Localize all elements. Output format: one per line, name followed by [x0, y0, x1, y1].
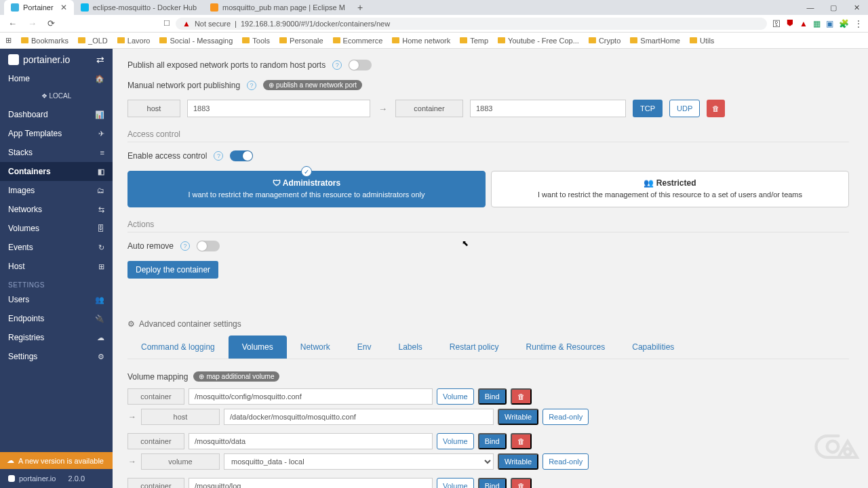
help-icon[interactable]: ? — [332, 60, 342, 70]
vol-delete-button[interactable]: 🗑 — [511, 433, 532, 449]
help-icon[interactable]: ? — [214, 151, 223, 161]
sidebar-item-volumes[interactable]: Volumes🗄 — [0, 219, 113, 238]
bm-youtube[interactable]: Youtube - Free Cop... — [498, 37, 579, 45]
new-tab-button[interactable]: + — [352, 2, 368, 13]
container-port-input[interactable] — [470, 100, 626, 117]
browser-tab-eclipse[interactable]: mosquitto_pub man page | Eclipse M — [203, 0, 352, 15]
tcp-button[interactable]: TCP — [633, 100, 663, 117]
tab-volumes[interactable]: Volumes — [229, 336, 287, 359]
vol-type-bind-button[interactable]: Bind — [478, 388, 507, 405]
bm-social[interactable]: Social - Messaging — [159, 37, 233, 45]
tab-command-logging[interactable]: Command & logging — [127, 336, 229, 359]
enable-ac-toggle[interactable] — [230, 150, 253, 161]
bm-tools[interactable]: Tools — [242, 37, 270, 45]
tab-title: eclipse-mosquitto - Docker Hub — [93, 3, 197, 12]
sidebar-item-images[interactable]: Images🗂 — [0, 181, 113, 200]
bm-personale[interactable]: Personale — [279, 37, 323, 45]
shield-icon[interactable]: ⛊ — [786, 19, 794, 28]
forward-button[interactable]: → — [25, 18, 39, 28]
vol-type-volume-button[interactable]: Volume — [437, 433, 474, 449]
tab-labels[interactable]: Labels — [384, 336, 435, 359]
sidebar-item-stacks[interactable]: Stacks≡ — [0, 143, 113, 162]
apps-button[interactable]: ⊞ — [5, 36, 12, 45]
publish-port-button[interactable]: ⊕publish a new network port — [263, 80, 362, 90]
close-window-button[interactable]: ✕ — [845, 3, 868, 12]
tab-network[interactable]: Network — [287, 336, 344, 359]
vol-readonly-button[interactable]: Read-only — [542, 409, 589, 425]
tab-restart-policy[interactable]: Restart policy — [436, 336, 513, 359]
sidebar-item-dashboard[interactable]: Dashboard📊 — [0, 105, 113, 124]
volume-sub-row: → host Writable Read-only — [127, 409, 849, 425]
sidebar-item-users[interactable]: Users👥 — [0, 290, 113, 309]
help-icon[interactable]: ? — [180, 241, 190, 251]
browser-tab-portainer[interactable]: Portainer ✕ — [4, 0, 74, 15]
vol-volume-select[interactable]: mosquitto_data - local — [224, 453, 494, 470]
vol-container-path-input[interactable] — [189, 433, 433, 449]
host-port-input[interactable] — [187, 100, 370, 117]
sidebar-item-events[interactable]: Events↻ — [0, 238, 113, 257]
tab-runtime-resources[interactable]: Runtime & Resources — [513, 336, 619, 359]
bookmark-icon[interactable]: ☐ — [163, 19, 170, 28]
sidebar-item-host[interactable]: Host⊞ — [0, 257, 113, 276]
sidebar-item-containers[interactable]: Containers◧ — [0, 162, 113, 181]
bm-lavoro[interactable]: Lavoro — [117, 37, 151, 45]
close-icon[interactable]: ✕ — [60, 3, 67, 12]
bm-old[interactable]: _OLD — [78, 37, 108, 45]
delete-port-button[interactable]: 🗑 — [707, 100, 725, 117]
vol-delete-button[interactable]: 🗑 — [511, 478, 532, 488]
map-additional-volume-button[interactable]: ⊕map additional volume — [193, 371, 279, 382]
tab-capabilities[interactable]: Capabilities — [618, 336, 688, 359]
back-button[interactable]: ← — [5, 18, 20, 28]
bm-home-network[interactable]: Home network — [392, 37, 450, 45]
vol-type-bind-button[interactable]: Bind — [478, 433, 507, 449]
bm-smarthome[interactable]: SmartHome — [630, 37, 680, 45]
new-version-banner[interactable]: ☁A new version is available — [0, 452, 113, 469]
vol-type-volume-button[interactable]: Volume — [437, 388, 474, 405]
auto-remove-toggle[interactable] — [197, 241, 220, 251]
sidebar-item-home[interactable]: Home🏠 — [0, 69, 113, 88]
ac-card-administrators[interactable]: ✓ 🛡 Administrators I want to restrict th… — [127, 171, 486, 207]
sidebar-item-endpoints[interactable]: Endpoints🔌 — [0, 309, 113, 328]
bm-bookmarks[interactable]: Bookmarks — [21, 37, 68, 45]
folder-icon — [117, 37, 125, 43]
vol-delete-button[interactable]: 🗑 — [511, 388, 532, 405]
app2-icon[interactable]: ▣ — [826, 19, 833, 28]
bm-ecommerce[interactable]: Ecommerce — [333, 37, 383, 45]
warning-ext-icon[interactable]: ▲ — [800, 19, 808, 28]
ac-card-restricted[interactable]: 👥 Restricted I want to restrict the mana… — [491, 171, 849, 207]
vol-container-path-input[interactable] — [189, 478, 433, 488]
gear-icon: ⚙ — [127, 319, 135, 329]
browser-tab-dockerhub[interactable]: eclipse-mosquitto - Docker Hub — [74, 0, 203, 15]
reload-button[interactable]: ⟳ — [45, 18, 58, 28]
sidebar-toggle-icon[interactable]: ⇄ — [96, 54, 104, 65]
vol-host-path-input[interactable] — [224, 409, 494, 425]
udp-button[interactable]: UDP — [669, 100, 700, 117]
tab-env[interactable]: Env — [344, 336, 385, 359]
app-icon[interactable]: ▦ — [813, 19, 821, 28]
sidebar-item-settings[interactable]: Settings⚙ — [0, 347, 113, 366]
vol-writable-button[interactable]: Writable — [498, 409, 538, 425]
vol-readonly-button[interactable]: Read-only — [542, 453, 589, 470]
bm-temp[interactable]: Temp — [460, 37, 488, 45]
bm-crypto[interactable]: Crypto — [589, 37, 620, 45]
publish-all-toggle[interactable] — [349, 60, 372, 70]
vol-writable-button[interactable]: Writable — [498, 453, 538, 470]
cloud-icon: ☁ — [7, 456, 14, 465]
deploy-container-button[interactable]: Deploy the container — [127, 261, 218, 279]
url-box[interactable]: ▲ Not secure | 192.168.1.8:9000/#!/1/doc… — [176, 18, 767, 30]
favicon — [81, 3, 89, 12]
help-icon[interactable]: ? — [247, 81, 256, 90]
bm-utils[interactable]: Utils — [690, 37, 714, 45]
maximize-button[interactable]: ▢ — [822, 3, 845, 12]
minimize-button[interactable]: — — [799, 3, 822, 12]
ext-menu-icon[interactable]: 🧩 — [839, 19, 849, 28]
menu-icon[interactable]: ⋮ — [854, 19, 863, 28]
key-icon[interactable]: ⚿ — [772, 19, 781, 28]
vol-type-bind-button[interactable]: Bind — [478, 478, 507, 488]
vol-type-volume-button[interactable]: Volume — [437, 478, 474, 488]
sidebar-item-networks[interactable]: Networks⇆ — [0, 200, 113, 219]
sidebar-item-app-templates[interactable]: App Templates✈ — [0, 124, 113, 143]
sidebar-item-registries[interactable]: Registries☁ — [0, 328, 113, 347]
vol-container-path-input[interactable] — [189, 388, 433, 405]
brand[interactable]: portainer.io — [8, 54, 70, 65]
